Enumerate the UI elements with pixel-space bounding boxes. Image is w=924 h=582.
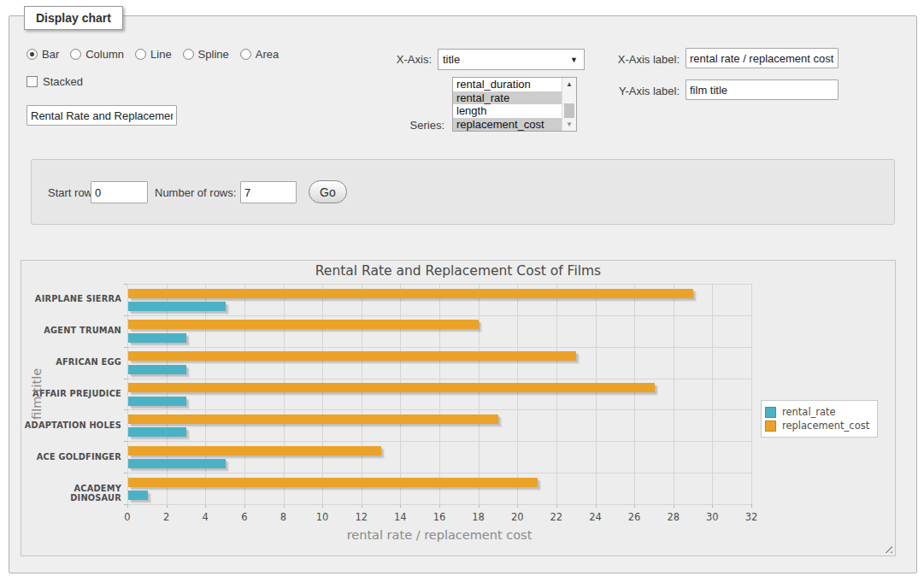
radio-label: Area — [256, 48, 279, 61]
radio-label: Bar — [42, 48, 59, 61]
gridline-horizontal — [127, 347, 751, 348]
radio-label: Column — [85, 48, 124, 61]
bar-rental_rate — [128, 333, 186, 343]
gridline-vertical — [284, 284, 285, 504]
series-listbox[interactable]: rental_durationrental_ratelengthreplacem… — [452, 77, 577, 132]
legend-row-replacement_cost: replacement_cost — [765, 420, 869, 432]
radio-label: Spline — [198, 48, 229, 61]
radio-icon[interactable] — [135, 49, 146, 60]
x-tick-label: 16 — [422, 511, 456, 523]
x-tick-label: 8 — [267, 511, 301, 523]
chevron-down-icon: ▼ — [570, 56, 578, 64]
radio-icon[interactable] — [240, 49, 251, 60]
legend-swatch-icon — [765, 407, 776, 418]
gridline-horizontal — [127, 409, 751, 410]
number-of-rows-input[interactable] — [240, 181, 297, 203]
legend-label: replacement_cost — [782, 420, 869, 432]
x-tick-label: 4 — [188, 511, 222, 523]
x-tick-label: 24 — [579, 511, 613, 523]
x-tick-label: 28 — [656, 511, 691, 523]
x-axis-title: rental rate / replacement cost — [127, 528, 751, 542]
series-option-rental_rate[interactable]: rental_rate — [453, 91, 563, 105]
chart-widget: Rental Rate and Replacement Cost of Film… — [21, 260, 896, 556]
row-range-panel: Start row: Number of rows: Go — [31, 159, 895, 225]
y-axis-tick — [124, 347, 127, 348]
resize-grip-icon[interactable] — [882, 543, 892, 553]
gridline-vertical — [556, 284, 557, 504]
start-row-input[interactable] — [91, 181, 148, 203]
gridline-vertical — [596, 284, 597, 504]
chart-type-radio-spline[interactable]: Spline — [183, 48, 229, 61]
series-option-length[interactable]: length — [453, 104, 563, 118]
gridline-horizontal — [127, 315, 751, 316]
scroll-down-icon[interactable]: ▼ — [562, 118, 576, 131]
gridline-vertical — [167, 284, 168, 504]
x-tick-label: 14 — [383, 511, 417, 523]
chart-legend: rental_ratereplacement_cost — [761, 400, 878, 438]
gridline-horizontal — [127, 284, 751, 285]
bar-rental_rate — [128, 302, 226, 311]
gridline-horizontal — [127, 379, 751, 379]
go-button[interactable]: Go — [309, 180, 347, 203]
radio-icon[interactable] — [70, 49, 81, 60]
radio-label: Line — [150, 48, 172, 61]
series-option-replacement_cost[interactable]: replacement_cost — [453, 118, 563, 132]
stacked-checkbox[interactable] — [26, 76, 38, 87]
scroll-up-icon[interactable]: ▲ — [562, 78, 576, 91]
y-axis-label-label: Y-Axis label: — [603, 85, 680, 97]
page: Display chart BarColumnLineSplineArea St… — [0, 0, 924, 582]
series-option-rental_duration[interactable]: rental_duration — [453, 78, 563, 91]
gridline-vertical — [205, 284, 206, 504]
chart-type-radio-line[interactable]: Line — [135, 48, 172, 61]
bar-replacement_cost — [128, 320, 479, 329]
legend-row-rental_rate: rental_rate — [765, 406, 869, 418]
gridline-horizontal — [127, 473, 751, 473]
series-select-label: Series: — [389, 119, 444, 132]
bar-rental_rate — [128, 427, 186, 437]
gridline-vertical — [400, 284, 401, 504]
legend-swatch-icon — [765, 420, 776, 432]
y-axis-title: film title — [30, 284, 45, 504]
gridline-vertical — [127, 284, 128, 504]
chart-title: Rental Rate and Replacement Cost of Film… — [21, 263, 895, 279]
y-axis-tick — [124, 504, 127, 505]
gridline-horizontal — [127, 441, 751, 442]
gridline-vertical — [712, 284, 713, 504]
gridline-vertical — [244, 284, 245, 504]
radio-icon[interactable] — [183, 49, 194, 60]
y-axis-tick — [124, 284, 127, 285]
x-tick-label: 26 — [617, 511, 651, 523]
x-axis-selected-value: title — [443, 53, 460, 66]
y-axis-label-input[interactable] — [686, 79, 839, 100]
gridline-horizontal — [127, 504, 751, 505]
x-tick-label: 12 — [344, 511, 379, 523]
bar-replacement_cost — [128, 351, 576, 361]
bar-replacement_cost — [128, 289, 693, 298]
y-axis-tick — [124, 409, 127, 410]
x-tick-label: 0 — [110, 511, 144, 523]
x-tick-label: 2 — [150, 511, 184, 523]
bar-replacement_cost — [128, 383, 655, 392]
x-axis-select-label: X-Axis: — [376, 53, 432, 66]
chart-title-input[interactable] — [26, 105, 177, 126]
radio-icon[interactable] — [26, 49, 38, 60]
x-axis-tick — [751, 504, 752, 508]
x-tick-label: 22 — [539, 511, 574, 523]
gridline-vertical — [517, 284, 518, 504]
gridline-vertical — [322, 284, 323, 504]
x-tick-label: 10 — [305, 511, 339, 523]
x-tick-label: 32 — [734, 511, 768, 523]
number-of-rows-label: Number of rows: — [155, 186, 236, 199]
bar-rental_rate — [128, 491, 148, 500]
chart-type-radio-bar[interactable]: Bar — [26, 48, 59, 61]
stacked-checkbox-row[interactable]: Stacked — [26, 75, 83, 88]
bar-replacement_cost — [128, 446, 381, 456]
chart-type-radio-column[interactable]: Column — [70, 48, 124, 61]
chart-type-radio-area[interactable]: Area — [240, 48, 279, 61]
x-axis-label-input[interactable] — [686, 48, 839, 68]
chart-type-radio-group: BarColumnLineSplineArea — [26, 48, 290, 61]
bar-rental_rate — [128, 459, 226, 468]
x-axis-label-label: X-Axis label: — [603, 53, 680, 66]
x-axis-select[interactable]: title ▼ — [438, 49, 585, 70]
listbox-scrollbar[interactable]: ▲ ▼ — [562, 78, 576, 131]
